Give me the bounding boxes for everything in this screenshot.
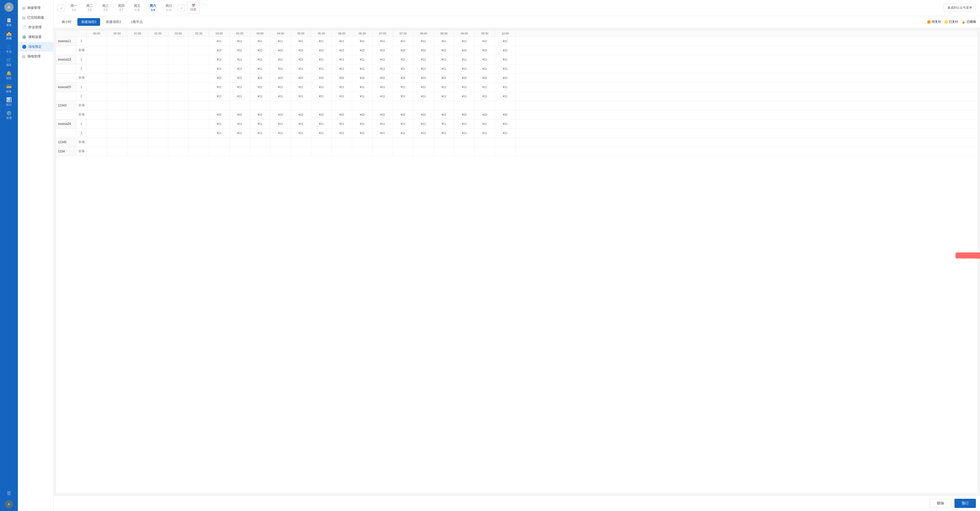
list-item[interactable]: ¥11: [332, 64, 352, 73]
list-item[interactable]: ¥11: [291, 92, 311, 101]
list-item[interactable]: ¥22: [352, 73, 372, 83]
list-item[interactable]: [270, 138, 291, 147]
list-item[interactable]: ¥11: [332, 92, 352, 101]
list-item[interactable]: ¥22: [454, 73, 475, 83]
list-item[interactable]: [250, 101, 270, 110]
list-item[interactable]: ¥22: [475, 46, 495, 55]
list-item[interactable]: [414, 138, 434, 147]
list-item[interactable]: ¥11: [229, 37, 250, 46]
list-item[interactable]: ¥11: [209, 129, 229, 138]
list-item[interactable]: ¥22: [229, 46, 250, 55]
list-item[interactable]: [87, 73, 107, 83]
list-item[interactable]: ¥11: [393, 64, 414, 73]
list-item[interactable]: ¥11: [414, 64, 434, 73]
list-item[interactable]: [189, 55, 209, 64]
list-item[interactable]: [495, 147, 515, 156]
list-item[interactable]: ¥22: [475, 73, 495, 83]
list-item[interactable]: ¥11: [414, 37, 434, 46]
list-item[interactable]: [414, 101, 434, 110]
day-tab-wed[interactable]: 周三 3-6: [99, 2, 112, 14]
list-item[interactable]: ¥11: [209, 92, 229, 101]
nav-venue-booking[interactable]: 🔵 场地预定: [18, 42, 53, 52]
list-item[interactable]: [434, 147, 454, 156]
calendar-button[interactable]: 📅 日历: [187, 2, 200, 14]
list-item[interactable]: [107, 92, 127, 101]
list-item[interactable]: [434, 138, 454, 147]
list-item[interactable]: ¥22: [454, 110, 475, 119]
list-item[interactable]: [107, 138, 127, 147]
list-item[interactable]: [475, 138, 495, 147]
list-item[interactable]: [107, 46, 127, 55]
list-item[interactable]: [270, 101, 291, 110]
list-item[interactable]: ¥11: [311, 64, 332, 73]
list-item[interactable]: ¥11: [270, 119, 291, 129]
list-item[interactable]: [168, 138, 189, 147]
list-item[interactable]: [127, 92, 148, 101]
list-item[interactable]: [168, 119, 189, 129]
list-item[interactable]: ¥22: [495, 46, 515, 55]
user-avatar[interactable]: A: [5, 500, 13, 508]
list-item[interactable]: [372, 138, 393, 147]
list-item[interactable]: [393, 147, 414, 156]
list-item[interactable]: [107, 110, 127, 119]
list-item[interactable]: ¥11: [250, 37, 270, 46]
list-item[interactable]: ¥22: [229, 73, 250, 83]
list-item[interactable]: [168, 101, 189, 110]
list-item[interactable]: ¥11: [229, 119, 250, 129]
list-item[interactable]: ¥22: [352, 46, 372, 55]
list-item[interactable]: ¥11: [250, 119, 270, 129]
list-item[interactable]: [189, 73, 209, 83]
list-item[interactable]: ¥11: [352, 83, 372, 92]
list-item[interactable]: [332, 147, 352, 156]
list-item[interactable]: ¥11: [352, 55, 372, 64]
list-item[interactable]: ¥22: [495, 73, 515, 83]
list-item[interactable]: ¥22: [270, 73, 291, 83]
list-item[interactable]: [332, 138, 352, 147]
list-item[interactable]: [209, 138, 229, 147]
list-item[interactable]: [148, 119, 168, 129]
list-item[interactable]: ¥11: [434, 92, 454, 101]
list-item[interactable]: ¥11: [372, 83, 393, 92]
list-item[interactable]: ¥11: [434, 83, 454, 92]
list-item[interactable]: ¥22: [332, 110, 352, 119]
list-item[interactable]: ¥11: [250, 92, 270, 101]
list-item[interactable]: ¥22: [414, 46, 434, 55]
list-item[interactable]: ¥11: [372, 37, 393, 46]
list-item[interactable]: ¥11: [372, 129, 393, 138]
nav-finished-class[interactable]: ▤ 已完结班级: [18, 13, 53, 22]
list-item[interactable]: ¥22: [250, 46, 270, 55]
list-item[interactable]: [495, 138, 515, 147]
list-item[interactable]: ¥22: [393, 73, 414, 83]
list-item[interactable]: [127, 110, 148, 119]
list-item[interactable]: ¥11: [229, 83, 250, 92]
list-item[interactable]: [189, 92, 209, 101]
list-item[interactable]: [168, 83, 189, 92]
list-item[interactable]: ¥11: [454, 92, 475, 101]
list-item[interactable]: [168, 92, 189, 101]
list-item[interactable]: ¥22: [372, 46, 393, 55]
list-item[interactable]: [127, 101, 148, 110]
list-item[interactable]: [148, 129, 168, 138]
list-item[interactable]: ¥22: [434, 46, 454, 55]
list-item[interactable]: [168, 46, 189, 55]
list-item[interactable]: ¥11: [352, 92, 372, 101]
list-item[interactable]: ¥11: [250, 55, 270, 64]
list-item[interactable]: ¥11: [414, 55, 434, 64]
list-item[interactable]: [87, 119, 107, 129]
list-item[interactable]: ¥11: [495, 129, 515, 138]
list-item[interactable]: ¥22: [393, 46, 414, 55]
list-item[interactable]: ¥11: [311, 119, 332, 129]
list-item[interactable]: ¥11: [434, 64, 454, 73]
list-item[interactable]: [127, 147, 148, 156]
list-item[interactable]: [291, 101, 311, 110]
list-item[interactable]: ¥11: [475, 55, 495, 64]
list-item[interactable]: [107, 37, 127, 46]
list-item[interactable]: ¥11: [414, 129, 434, 138]
list-item[interactable]: ¥11: [311, 129, 332, 138]
list-item[interactable]: ¥11: [495, 37, 515, 46]
list-item[interactable]: [352, 138, 372, 147]
list-item[interactable]: [87, 55, 107, 64]
list-item[interactable]: ¥11: [454, 119, 475, 129]
list-item[interactable]: ¥11: [393, 83, 414, 92]
list-item[interactable]: ¥22: [270, 46, 291, 55]
